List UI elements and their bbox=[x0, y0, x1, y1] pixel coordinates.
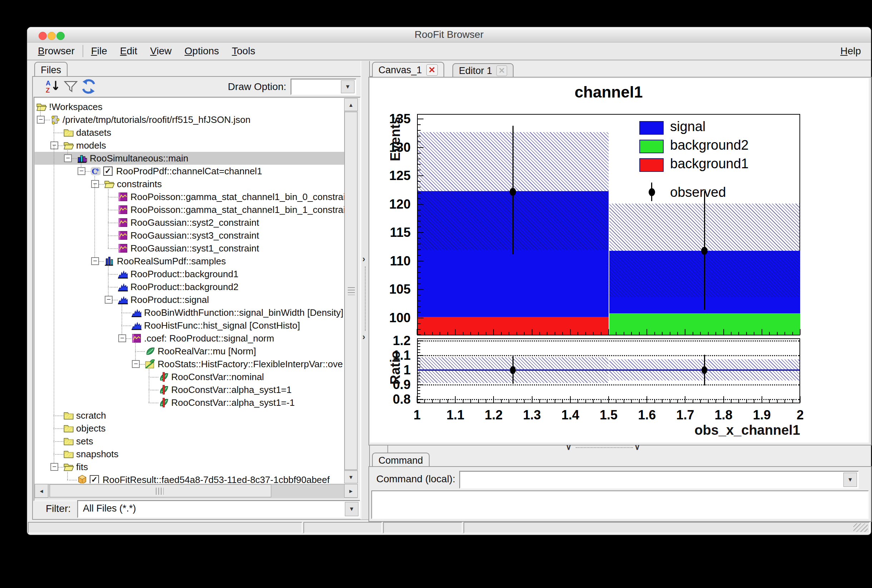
tree-item[interactable]: RooGaussian::syst3_constraint bbox=[35, 229, 344, 242]
tree-hscroll-thumb[interactable] bbox=[50, 484, 271, 497]
ratio-y-tick-minor bbox=[418, 350, 420, 350]
tree-item-label: datasets bbox=[76, 126, 111, 139]
ratio-x-tick-minor bbox=[524, 399, 525, 403]
tree-item[interactable]: RooConstVar::alpha_syst1=-1 bbox=[35, 396, 344, 409]
y-tick-label: 120 bbox=[371, 197, 411, 212]
collapse-icon[interactable]: − bbox=[64, 154, 72, 162]
tree-item-label: RooGaussian::syst3_constraint bbox=[131, 229, 259, 242]
x-tick-minor bbox=[762, 332, 762, 335]
title-bar[interactable]: RooFit Browser bbox=[27, 27, 871, 42]
collapse-icon[interactable]: − bbox=[50, 141, 58, 149]
menu-item-browser[interactable]: Browser bbox=[32, 45, 81, 57]
command-input[interactable]: ▼ bbox=[459, 471, 859, 489]
ratio-x-tick-minor bbox=[539, 399, 540, 403]
tree-item[interactable]: −C+✓RooProdPdf::channelCat=channel1 bbox=[35, 165, 344, 177]
tree-item[interactable]: −models bbox=[35, 139, 344, 152]
menu-item-file[interactable]: File bbox=[85, 45, 114, 57]
collapse-icon[interactable]: − bbox=[105, 296, 113, 304]
tree-item[interactable]: RooHistFunc::hist_signal [ConstHisto] bbox=[35, 319, 344, 332]
ratio-gridline bbox=[418, 384, 800, 386]
collapse-icon[interactable]: − bbox=[37, 116, 45, 124]
ratio-x-tick-minor bbox=[417, 399, 417, 403]
tree-item[interactable]: −RooRealSumPdf::samples bbox=[35, 255, 344, 268]
ratio-y-tick-minor bbox=[418, 390, 420, 391]
collapse-icon[interactable]: − bbox=[91, 180, 99, 188]
y-tick-minor bbox=[418, 238, 421, 238]
tree-item[interactable]: ✓RooFitResult::faed54a8-7d53-11ed-8c37-1… bbox=[35, 473, 344, 483]
collapse-icon[interactable]: − bbox=[118, 334, 126, 342]
tree-item[interactable]: −constraints bbox=[35, 177, 344, 190]
tree-item[interactable]: RooPoisson::gamma_stat_channel1_bin_0_co… bbox=[35, 190, 344, 203]
tree-item[interactable]: RooPoisson::gamma_stat_channel1_bin_1_co… bbox=[35, 203, 344, 216]
filter-funnel-icon[interactable] bbox=[64, 79, 78, 94]
tab-canvas-1[interactable]: Canvas_1 ✕ bbox=[372, 62, 444, 78]
tree-item[interactable]: snapshots bbox=[35, 448, 344, 460]
tab-editor-1-label: Editor 1 bbox=[459, 65, 492, 76]
tree-item[interactable]: RooRealVar::mu [Norm] bbox=[35, 345, 344, 358]
tree-item[interactable]: −RooStats::HistFactory::FlexibleInterpVa… bbox=[35, 358, 344, 370]
checkbox-checked[interactable]: ✓ bbox=[103, 166, 113, 176]
collapse-icon[interactable]: − bbox=[132, 360, 140, 368]
chevron-down-icon[interactable]: ▼ bbox=[345, 502, 359, 516]
command-output[interactable] bbox=[371, 490, 869, 519]
tree-vscroll-thumb[interactable] bbox=[345, 112, 357, 470]
menu-item-help[interactable]: Help bbox=[835, 42, 866, 60]
tree-item[interactable]: datasets bbox=[35, 126, 344, 139]
tree-item[interactable]: RooGaussian::syst2_constraint bbox=[35, 216, 344, 229]
tree-item[interactable]: −RooSimultaneous::main bbox=[35, 152, 344, 165]
scroll-right-icon[interactable]: ► bbox=[344, 484, 358, 498]
tree-horizontal-scrollbar[interactable]: ◄ ► bbox=[35, 484, 358, 498]
svg-text:A: A bbox=[46, 79, 50, 87]
tree-item[interactable]: RooProduct::background2 bbox=[35, 280, 344, 293]
menu-item-options[interactable]: Options bbox=[178, 45, 225, 57]
tree-item[interactable]: −fits bbox=[35, 460, 344, 473]
chevron-down-icon[interactable]: ▼ bbox=[341, 80, 354, 93]
collapse-icon[interactable]: − bbox=[78, 167, 86, 175]
root-canvas[interactable]: channel1100105110115120125130135signalba… bbox=[370, 78, 869, 442]
scroll-left-icon[interactable]: ◄ bbox=[35, 484, 48, 498]
horizontal-splitter[interactable]: ∨ ∨ bbox=[368, 444, 870, 453]
workspace-tree[interactable]: !Workspaces−/private/tmp/tutorials/roofi… bbox=[35, 98, 344, 483]
draw-option-combobox[interactable]: ▼ bbox=[291, 79, 356, 95]
filter-combobox[interactable]: All Files (*.*) ▼ bbox=[77, 500, 360, 518]
stack-segment-background1 bbox=[418, 317, 609, 335]
tree-item[interactable]: RooConstVar::alpha_syst1=1 bbox=[35, 383, 344, 396]
refresh-icon[interactable] bbox=[81, 79, 96, 94]
chevron-down-icon[interactable]: ▼ bbox=[843, 472, 857, 487]
tree-vertical-scrollbar[interactable]: ▲ ▼ bbox=[344, 98, 358, 483]
menu-item-view[interactable]: View bbox=[144, 45, 178, 57]
close-icon[interactable]: ✕ bbox=[426, 64, 438, 76]
sort-az-icon[interactable]: AZ bbox=[46, 79, 60, 94]
collapse-icon[interactable]: − bbox=[91, 257, 99, 265]
status-bar-segment bbox=[383, 522, 462, 533]
scroll-down-icon[interactable]: ▼ bbox=[344, 471, 358, 483]
ratio-reference-line bbox=[418, 369, 800, 371]
tab-editor-1[interactable]: Editor 1 ✕ bbox=[452, 63, 513, 78]
menu-item-tools[interactable]: Tools bbox=[225, 45, 262, 57]
legend-marker-observed bbox=[648, 188, 655, 196]
tree-item[interactable]: scratch bbox=[35, 409, 344, 422]
ratio-x-tick-minor bbox=[754, 399, 755, 403]
tab-files[interactable]: Files bbox=[34, 62, 68, 78]
tree-item[interactable]: −.coef: RooProduct::signal_norm bbox=[35, 332, 344, 345]
tree-item[interactable]: RooConstVar::nominal bbox=[35, 370, 344, 383]
resize-grip[interactable] bbox=[853, 524, 868, 532]
tree-item-label: RooFitResult::faed54a8-7d53-11ed-8c37-1c… bbox=[102, 473, 330, 483]
scroll-up-icon[interactable]: ▲ bbox=[344, 98, 358, 111]
tree-item[interactable]: RooProduct::background1 bbox=[35, 268, 344, 280]
checkbox-checked[interactable]: ✓ bbox=[90, 475, 99, 483]
tree-item[interactable]: !Workspaces bbox=[35, 100, 344, 113]
tree-item[interactable]: sets bbox=[35, 435, 344, 448]
y-tick-minor bbox=[418, 187, 421, 188]
tree-item[interactable]: RooBinWidthFunction::signal_binWidth [De… bbox=[35, 306, 344, 319]
tree-item[interactable]: objects bbox=[35, 422, 344, 435]
stack-segment-background2 bbox=[609, 313, 800, 335]
collapse-icon[interactable]: − bbox=[50, 463, 58, 471]
tree-item[interactable]: −/private/tmp/tutorials/roofit/rf515_hfJ… bbox=[35, 113, 344, 126]
tree-item[interactable]: −RooProduct::signal bbox=[35, 293, 344, 306]
menu-item-edit[interactable]: Edit bbox=[114, 45, 144, 57]
ratio-x-tick-minor bbox=[585, 399, 586, 403]
x-tick-label: 1.6 bbox=[626, 408, 668, 423]
tab-command[interactable]: Command bbox=[372, 453, 429, 468]
tree-item[interactable]: RooGaussian::syst1_constraint bbox=[35, 242, 344, 255]
